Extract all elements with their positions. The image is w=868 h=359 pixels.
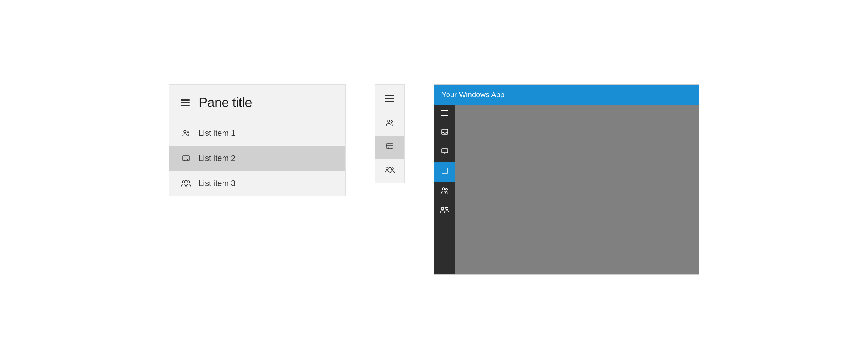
- nav-item-3-label: List item 3: [199, 179, 235, 188]
- hamburger-button[interactable]: [181, 99, 190, 106]
- app-inbox-icon: [441, 128, 448, 137]
- collab-icon-1: [181, 178, 191, 189]
- app-body: [434, 105, 699, 274]
- app-hamburger-icon: [441, 110, 448, 118]
- svg-point-4: [182, 181, 185, 183]
- collapsed-nav-item-1[interactable]: [375, 112, 404, 136]
- svg-point-5: [188, 181, 190, 183]
- people-icon-1: [181, 128, 191, 138]
- app-content-area: [455, 105, 699, 274]
- collapsed-hamburger-line-3: [385, 101, 394, 102]
- svg-point-22: [441, 207, 444, 210]
- app-sidebar-collab[interactable]: [434, 201, 455, 221]
- app-title: Your Windows App: [442, 91, 504, 99]
- svg-point-10: [386, 168, 388, 170]
- app-collab-icon: [440, 206, 449, 215]
- windows-app: Your Windows App: [434, 84, 699, 275]
- svg-rect-16: [442, 149, 448, 153]
- svg-point-6: [388, 120, 390, 122]
- app-window-icon: [441, 167, 448, 176]
- app-sidebar-hamburger[interactable]: [434, 105, 455, 123]
- collapsed-header: [375, 85, 404, 112]
- collapsed-nav-item-3[interactable]: [375, 159, 404, 183]
- collapsed-people-icon: [385, 119, 394, 129]
- app-sidebar-people[interactable]: [434, 182, 455, 201]
- nav-item-2[interactable]: List item 2: [169, 146, 345, 171]
- nav-collapsed-panel: [375, 84, 405, 183]
- nav-item-1-label: List item 1: [199, 129, 235, 138]
- hamburger-line-3: [181, 105, 190, 106]
- app-people-icon: [441, 187, 449, 196]
- svg-point-20: [442, 188, 445, 190]
- svg-point-21: [445, 189, 447, 190]
- demo-area: Pane title List item 1: [147, 62, 721, 297]
- svg-point-11: [391, 168, 393, 170]
- svg-rect-19: [442, 168, 447, 174]
- collapsed-collab-icon: [385, 166, 395, 176]
- app-sidebar-inbox[interactable]: [434, 123, 455, 142]
- app-sidebar: [434, 105, 455, 274]
- pane-title: Pane title: [199, 95, 252, 110]
- collapsed-nav-item-2[interactable]: [375, 136, 404, 159]
- app-sidebar-window[interactable]: [434, 162, 455, 182]
- app-sidebar-screen[interactable]: [434, 142, 455, 162]
- hamburger-line-1: [181, 99, 190, 101]
- svg-point-7: [391, 121, 393, 123]
- svg-rect-15: [442, 129, 448, 134]
- app-screen-icon: [441, 148, 448, 157]
- chat-icon-1: [181, 153, 191, 163]
- svg-point-0: [184, 130, 186, 133]
- nav-expanded-panel: Pane title List item 1: [169, 84, 346, 196]
- app-titlebar: Your Windows App: [434, 85, 699, 105]
- nav-item-3[interactable]: List item 3: [169, 171, 345, 196]
- nav-item-2-label: List item 2: [199, 154, 235, 163]
- collapsed-hamburger-button[interactable]: [385, 95, 394, 102]
- svg-point-23: [446, 207, 448, 210]
- collapsed-hamburger-line-1: [385, 95, 394, 96]
- collapsed-chat-icon: [385, 142, 394, 153]
- svg-point-1: [187, 131, 189, 133]
- nav-header: Pane title: [169, 85, 345, 121]
- nav-item-1[interactable]: List item 1: [169, 121, 345, 146]
- hamburger-line-2: [181, 102, 190, 103]
- collapsed-hamburger-line-2: [385, 98, 394, 99]
